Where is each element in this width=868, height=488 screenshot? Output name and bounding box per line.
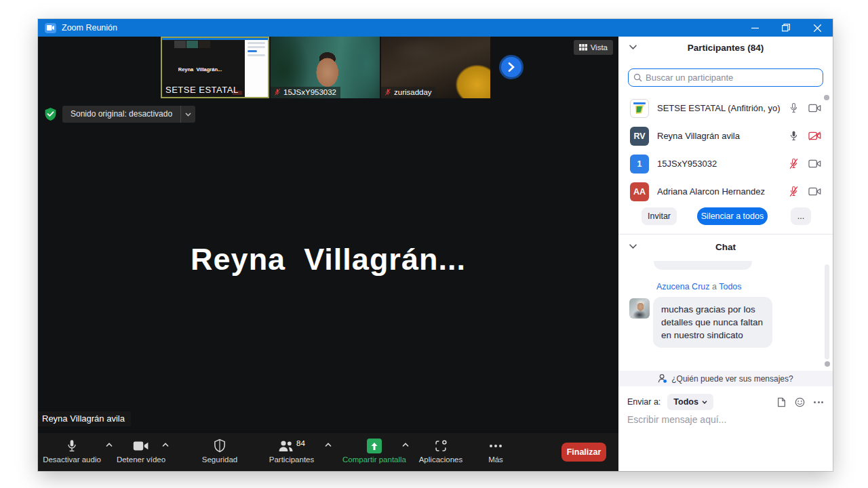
chat-more-icon[interactable]: [814, 401, 823, 403]
chevron-down-icon: [702, 401, 707, 404]
mic-off-icon: [789, 186, 798, 197]
security-button[interactable]: Seguridad: [189, 438, 251, 464]
camera-on-icon: [808, 187, 821, 196]
participant-name: 15JSxY953032: [657, 159, 717, 169]
send-to-label: Enviar a:: [627, 397, 660, 407]
camera-icon: [133, 441, 149, 451]
video-filmstrip: Reyna Villagrán... SETSE ESTATAL 15JSxY9…: [38, 37, 618, 98]
chat-scrollbar-track[interactable]: [825, 264, 829, 359]
message-privacy-link[interactable]: ¿Quién puede ver sus mensajes?: [618, 371, 833, 386]
chat-scrollbar-thumb[interactable]: [825, 361, 830, 367]
zoom-meeting-window: Zoom Reunión Reyna Villagrán... SETSE: [38, 19, 833, 471]
video-thumbnail-zurisadday[interactable]: zurisadday: [381, 37, 490, 98]
ellipsis-icon: [490, 445, 502, 447]
participant-name: Reyna Villagrán avila: [657, 131, 740, 141]
video-thumbnail-15jsxy953032[interactable]: 15JSxY953032: [271, 37, 380, 98]
participant-row[interactable]: SETSE ESTATAL (Anfitrión, yo): [618, 94, 833, 122]
mic-on-icon: [789, 130, 798, 142]
thumbnail-name-label: 15JSxY953032: [271, 87, 340, 98]
share-screen-icon: [367, 439, 382, 453]
grid-view-icon: [579, 44, 587, 51]
mute-all-button[interactable]: Silenciar a todos: [697, 207, 768, 225]
muted-mic-icon: [384, 88, 391, 96]
avatar: [630, 99, 649, 118]
next-videos-button[interactable]: [499, 55, 524, 79]
muted-mic-icon: [274, 88, 281, 96]
chevron-right-icon: [507, 62, 515, 72]
end-meeting-button[interactable]: Finalizar: [561, 443, 606, 462]
chevron-down-icon: [185, 113, 191, 117]
video-thumbnail-setse-estatal[interactable]: Reyna Villagrán... SETSE ESTATAL: [161, 37, 269, 98]
thumbnail-name-label: zurisadday: [381, 87, 436, 98]
meeting-toolbar: Desactivar audio Detener vídeo Seguridad…: [38, 433, 618, 471]
preview-speaker-name: Reyna Villagrán...: [162, 66, 238, 73]
mute-audio-button[interactable]: Desactivar audio: [41, 438, 103, 464]
restore-button[interactable]: [770, 19, 802, 37]
chat-sender-avatar: [629, 298, 650, 319]
participants-options-chevron[interactable]: [325, 443, 332, 447]
panel-divider: [618, 234, 833, 235]
person-privacy-icon: [658, 374, 667, 383]
participants-more-button[interactable]: ...: [791, 207, 811, 225]
original-sound-label: Sonido original: desactivado: [62, 106, 180, 123]
video-options-chevron[interactable]: [162, 443, 169, 447]
share-screen-button[interactable]: Compartir pantalla: [337, 438, 412, 464]
apps-button[interactable]: Aplicaciones: [410, 438, 472, 464]
emoji-icon[interactable]: [795, 397, 805, 407]
previous-message-bubble: [654, 261, 752, 270]
camera-off-icon: [808, 131, 821, 140]
participants-count-badge: 84: [296, 439, 305, 447]
camera-on-icon: [808, 104, 821, 113]
avatar: AA: [630, 182, 649, 201]
people-icon: [278, 440, 294, 452]
participant-row[interactable]: AA Adriana Alarcon Hernandez: [618, 178, 833, 205]
close-button[interactable]: [802, 19, 833, 37]
chat-message-header: Azucena Cruz a Todos: [656, 282, 742, 291]
chat-message-bubble: muchas gracias por los detalles que nunc…: [653, 297, 772, 348]
search-input[interactable]: [646, 73, 818, 83]
participant-list: SETSE ESTATAL (Anfitrión, yo) RV Reyna V…: [618, 94, 833, 205]
chat-recipient[interactable]: Todos: [719, 282, 741, 291]
thumbnail-name-label: SETSE ESTATAL: [162, 84, 242, 96]
file-attach-icon[interactable]: [777, 397, 786, 407]
share-options-chevron[interactable]: [402, 443, 409, 447]
avatar: RV: [630, 127, 649, 146]
security-shield-icon: [44, 107, 57, 121]
camera-on-icon: [808, 159, 821, 168]
participants-scrollbar-thumb[interactable]: [824, 95, 829, 100]
participant-row[interactable]: 1 15JSxY953032: [618, 150, 833, 178]
mic-icon: [66, 439, 77, 453]
chat-compose-input[interactable]: [627, 414, 822, 425]
collapse-participants-button[interactable]: [629, 45, 637, 49]
side-panel: Participantes (84) SETSE ESTATAL (Anfitr…: [618, 37, 833, 471]
mic-on-icon: [789, 102, 798, 114]
view-button[interactable]: Vista: [574, 40, 613, 55]
apps-icon: [434, 439, 448, 453]
participant-row[interactable]: RV Reyna Villagrán avila: [618, 122, 833, 150]
participants-button[interactable]: 84 Participantes: [260, 438, 323, 464]
chat-compose-area: [627, 413, 822, 426]
window-title: Zoom Reunión: [62, 23, 117, 33]
participant-search-box: [628, 68, 823, 87]
mic-off-icon: [789, 158, 798, 169]
original-sound-button[interactable]: Sonido original: desactivado: [62, 106, 195, 123]
invite-button[interactable]: Invitar: [642, 207, 677, 225]
stop-video-button[interactable]: Detener vídeo: [110, 438, 172, 464]
send-to-dropdown[interactable]: Todos: [667, 394, 713, 410]
participant-name: Adriana Alarcon Hernandez: [657, 186, 765, 197]
original-sound-dropdown[interactable]: [180, 106, 195, 123]
active-speaker-name-tag: Reyna Villagrán avila: [38, 411, 131, 426]
titlebar: Zoom Reunión: [38, 19, 833, 37]
chat-sender[interactable]: Azucena Cruz: [656, 282, 710, 291]
participants-title: Participantes (84): [618, 43, 833, 53]
active-speaker-display-name: Reyna Villagrán...: [38, 242, 618, 277]
participant-name: SETSE ESTATAL (Anfitrión, yo): [657, 103, 781, 113]
screen-share-preview: Reyna Villagrán... SETSE ESTATAL: [162, 38, 268, 97]
minimize-button[interactable]: [739, 19, 770, 37]
avatar: 1: [630, 155, 649, 174]
zoom-app-icon: [45, 23, 56, 33]
more-button[interactable]: Más: [465, 438, 527, 464]
video-stage: Reyna Villagrán... SETSE ESTATAL 15JSxY9…: [38, 37, 618, 471]
shield-icon: [214, 439, 226, 453]
collapse-chat-button[interactable]: [629, 244, 637, 249]
